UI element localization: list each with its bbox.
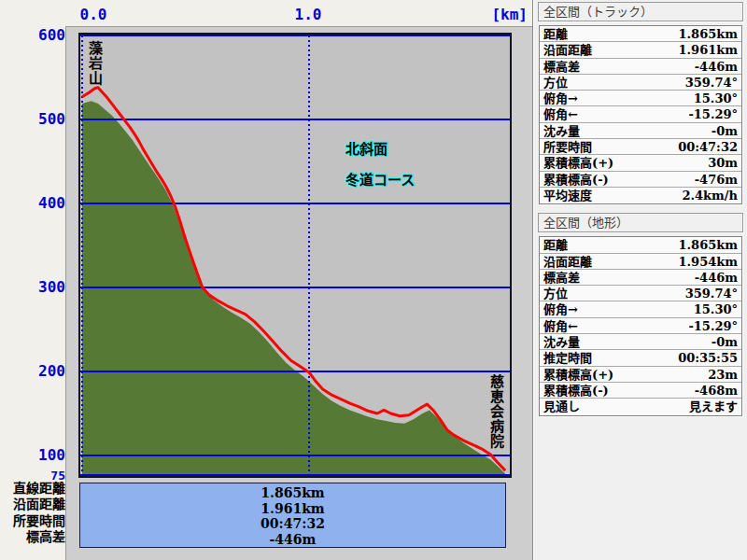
- stats-row-label: 推定時間: [543, 350, 592, 365]
- stats-row-label: 累積標高(+): [543, 367, 613, 382]
- stats-row: 沿面距離1.961km: [540, 42, 741, 58]
- summary-value-box: 1.865km 1.961km 00:47:32 -446m: [79, 483, 506, 548]
- x-axis-unit-label: [km]: [470, 6, 528, 23]
- stats-row: 距離1.865km: [540, 237, 741, 253]
- summary-label-surface-distance: 沿面距離: [0, 497, 65, 512]
- stats-row-label: 俯角←: [543, 106, 578, 121]
- stats-row-label: 沈み量: [543, 123, 580, 138]
- annotation-north-slope: 北斜面: [345, 138, 388, 158]
- stats-row-label: 方位: [543, 75, 568, 90]
- stats-row-label: 俯角→: [543, 91, 578, 105]
- stats-row: 俯角→15.30°: [540, 91, 741, 106]
- x-axis-tick-1km: 1.0: [288, 6, 329, 23]
- panel-title-terrain: 全区間（地形）: [538, 213, 743, 232]
- stats-row-label: 見通し: [543, 399, 580, 414]
- summary-label-elapsed-time: 所要時間: [0, 513, 65, 529]
- summary-value-elevation-diff: -446m: [80, 532, 505, 548]
- stats-row: 推定時間00:35:55: [540, 350, 741, 366]
- annotation-peak-name: 藻岩山: [85, 41, 105, 86]
- stats-row-value: -468m: [695, 383, 738, 398]
- stats-row-value: 見えます: [689, 399, 738, 414]
- stats-row-value: -446m: [695, 59, 738, 74]
- stats-row: 沈み量-0m: [540, 123, 741, 139]
- stats-row-value: -476m: [695, 172, 738, 187]
- stats-row-value: -0m: [712, 334, 738, 349]
- stats-row-label: 沿面距離: [543, 42, 592, 57]
- elevation-plot-area[interactable]: [78, 33, 512, 478]
- panel-title-track: 全区間（トラック）: [538, 2, 743, 21]
- stats-row-label: 距離: [543, 237, 568, 252]
- stats-row: 方位359.74°: [540, 75, 741, 91]
- stats-row: 標高差-446m: [540, 59, 741, 75]
- stats-row-value: 15.30°: [694, 91, 738, 105]
- stats-table-track: 距離1.865km沿面距離1.961km標高差-446m方位359.74°俯角→…: [539, 25, 742, 204]
- y-axis-tick-500: 500: [0, 112, 65, 127]
- stats-row-value: 1.954km: [679, 254, 738, 269]
- y-axis-tick-400: 400: [0, 196, 65, 211]
- stats-row-value: -15.29°: [688, 106, 738, 121]
- stats-row-value: -15.29°: [688, 318, 738, 333]
- annotation-winter-course: 冬道コース: [345, 169, 415, 189]
- stats-row: 俯角←-15.29°: [540, 106, 741, 122]
- stats-row: 所要時間00:47:32: [540, 139, 741, 155]
- summary-label-elevation-diff: 標高差: [0, 529, 65, 545]
- stats-row: 累積標高(+)23m: [540, 367, 741, 383]
- stats-row: 累積標高(+)30m: [540, 155, 741, 171]
- stats-row-label: 方位: [543, 286, 568, 301]
- stats-row-label: 距離: [543, 26, 568, 41]
- y-axis-tick-200: 200: [0, 364, 65, 379]
- stats-row-label: 所要時間: [543, 139, 592, 154]
- stats-row-label: 累積標高(-): [543, 172, 609, 187]
- stats-row: 俯角→15.30°: [540, 301, 741, 317]
- summary-label-straight-distance: 直線距離: [0, 481, 65, 497]
- stats-row-value: -0m: [712, 123, 738, 138]
- x-axis-tick-0km: 0.0: [73, 6, 114, 23]
- stats-sidebar: 全区間（トラック） 距離1.865km沿面距離1.961km標高差-446m方位…: [532, 0, 747, 560]
- y-axis-tick-600: 600: [0, 28, 65, 43]
- stats-row-value: 2.4km/h: [682, 188, 738, 203]
- y-axis-tick-100: 100: [0, 448, 65, 463]
- elevation-profile-region: 0.0 1.0 [km] 600 500 400 300 200 100 75 …: [0, 0, 532, 560]
- stats-row-label: 沿面距離: [543, 254, 592, 269]
- stats-row: 見通し見えます: [540, 399, 741, 414]
- stats-row-label: 俯角←: [543, 318, 578, 333]
- stats-row-value: 15.30°: [694, 301, 738, 316]
- stats-row-label: 標高差: [543, 270, 580, 285]
- annotation-hospital-name: 慈恵会病院: [486, 374, 506, 449]
- stats-row: 沈み量-0m: [540, 334, 741, 350]
- stats-row: 累積標高(-)-476m: [540, 172, 741, 188]
- stats-row-value: 00:35:55: [678, 350, 738, 365]
- stats-row-value: 1.865km: [679, 26, 738, 41]
- stats-row-value: 359.74°: [685, 75, 738, 90]
- stats-row-value: 30m: [708, 155, 738, 170]
- summary-value-straight-distance: 1.865km: [80, 485, 505, 501]
- stats-row-label: 平均速度: [543, 188, 592, 203]
- stats-table-terrain: 距離1.865km沿面距離1.954km標高差-446m方位359.74°俯角→…: [539, 236, 742, 415]
- stats-row-value: 00:47:32: [678, 139, 738, 154]
- stats-row-value: 1.961km: [679, 42, 738, 57]
- y-axis-tick-300: 300: [0, 280, 65, 295]
- stats-row-value: 23m: [708, 367, 738, 382]
- app-window: { "chart": { "x_tick_labels": ["0.0", "1…: [0, 0, 747, 560]
- stats-row-value: -446m: [695, 270, 738, 285]
- elevation-profile-svg: [80, 35, 510, 476]
- stats-row-label: 累積標高(+): [543, 155, 613, 170]
- stats-row: 標高差-446m: [540, 270, 741, 286]
- summary-value-surface-distance: 1.961km: [80, 501, 505, 517]
- stats-row: 平均速度2.4km/h: [540, 188, 741, 203]
- stats-row: 距離1.865km: [540, 26, 741, 42]
- stats-row-label: 沈み量: [543, 334, 580, 349]
- stats-row-label: 俯角→: [543, 301, 578, 316]
- stats-row: 方位359.74°: [540, 286, 741, 301]
- stats-row-value: 359.74°: [685, 286, 738, 301]
- stats-row-label: 累積標高(-): [543, 383, 609, 398]
- stats-row-value: 1.865km: [679, 237, 738, 252]
- stats-row-label: 標高差: [543, 59, 580, 74]
- summary-value-elapsed-time: 00:47:32: [80, 516, 505, 532]
- stats-row: 累積標高(-)-468m: [540, 383, 741, 399]
- stats-row: 沿面距離1.954km: [540, 254, 741, 270]
- stats-row: 俯角←-15.29°: [540, 318, 741, 334]
